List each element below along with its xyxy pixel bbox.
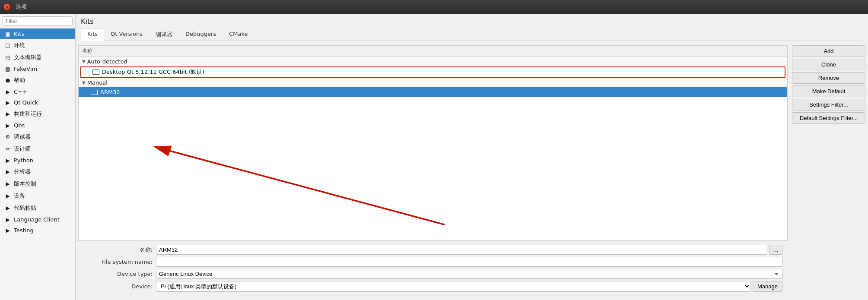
sidebar-item-kits[interactable]: ▣ Kits bbox=[0, 28, 75, 39]
filter-input[interactable] bbox=[3, 16, 73, 26]
form-row-device: Device: Pi (通用Linux 类型的默认设备) Manage bbox=[83, 281, 782, 292]
sidebar-item-testing-label: Testing bbox=[14, 227, 72, 234]
sidebar-item-designer-label: 设计师 bbox=[14, 145, 72, 153]
tree-item-arm32[interactable]: ARM32 bbox=[79, 87, 787, 97]
form-panel: 名称: … File system name: Device type: bbox=[78, 241, 788, 297]
kits-panel: 名称 ▼ Auto-detected Desktop Qt 5.12.11 GC… bbox=[76, 43, 790, 300]
sidebar-item-env[interactable]: □ 环境 bbox=[0, 39, 75, 51]
sidebar-item-codepaste[interactable]: ▶ 代码粘贴 bbox=[0, 202, 75, 214]
tab-compilers[interactable]: 编译器 bbox=[149, 28, 179, 41]
tab-debuggers[interactable]: Debuggers bbox=[179, 28, 223, 41]
designer-icon: ✏ bbox=[4, 146, 11, 152]
tab-cmake[interactable]: CMake bbox=[223, 28, 254, 41]
close-button[interactable]: × bbox=[3, 3, 10, 10]
add-button[interactable]: Add bbox=[792, 45, 865, 57]
sidebar-item-cpp[interactable]: ▶ C++ bbox=[0, 86, 75, 97]
sidebar-item-version-ctrl[interactable]: ▶ 版本控制 bbox=[0, 178, 75, 190]
sidebar-item-fakevim[interactable]: ▤ FakeVim bbox=[0, 63, 75, 74]
codepaste-icon: ▶ bbox=[4, 205, 11, 211]
remove-button[interactable]: Remove bbox=[792, 72, 865, 84]
sidebar: ▣ Kits □ 环境 ▤ 文本编辑器 ▤ FakeVim ● 帮助 ▶ C++… bbox=[0, 14, 76, 300]
buttons-panel: Add Clone Remove Make Default Settings F… bbox=[790, 43, 868, 300]
form-row-device-type: Device type: Generic Linux Device bbox=[83, 269, 782, 279]
kits-icon: ▣ bbox=[4, 31, 11, 37]
text-editor-icon: ▤ bbox=[4, 54, 11, 60]
sidebar-item-python-label: Python bbox=[14, 157, 72, 164]
label-device-type: Device type: bbox=[83, 271, 153, 277]
python-icon: ▶ bbox=[4, 158, 11, 164]
tab-kits[interactable]: Kits bbox=[81, 28, 104, 41]
form-row-filesystem: File system name: bbox=[83, 257, 782, 267]
qtquick-icon: ▶ bbox=[4, 100, 11, 106]
filesystem-input[interactable] bbox=[156, 257, 782, 267]
tab-qt-versions[interactable]: Qt Versions bbox=[104, 28, 149, 41]
debugger-icon: ⚙ bbox=[4, 134, 11, 140]
tree-header: 名称 bbox=[79, 46, 787, 57]
sidebar-item-debugger[interactable]: ⚙ 调试器 bbox=[0, 131, 75, 143]
svg-line-1 bbox=[170, 151, 445, 225]
sidebar-item-devices-label: 设备 bbox=[14, 192, 72, 200]
sidebar-item-fakevim-label: FakeVim bbox=[14, 66, 72, 72]
name-input[interactable] bbox=[156, 245, 767, 255]
content-body: 名称 ▼ Auto-detected Desktop Qt 5.12.11 GC… bbox=[76, 43, 868, 300]
sidebar-item-qtquick-label: Qt Quick bbox=[14, 99, 72, 106]
device-select[interactable]: Pi (通用Linux 类型的默认设备) bbox=[156, 281, 751, 292]
manage-button[interactable]: Manage bbox=[753, 281, 782, 292]
sidebar-item-help-label: 帮助 bbox=[14, 76, 72, 84]
tree-container: 名称 ▼ Auto-detected Desktop Qt 5.12.11 GC… bbox=[78, 45, 788, 241]
sidebar-item-build-run-label: 构建和运行 bbox=[14, 110, 72, 118]
sidebar-item-text-editor[interactable]: ▤ 文本编辑器 bbox=[0, 51, 75, 63]
monitor-icon-arm32 bbox=[91, 90, 98, 95]
sidebar-item-qbs-label: Qbs bbox=[14, 122, 72, 129]
sidebar-item-testing[interactable]: ▶ Testing bbox=[0, 225, 75, 236]
sidebar-item-language-client-label: Language Client bbox=[14, 216, 72, 223]
sidebar-item-devices[interactable]: ▶ 设备 bbox=[0, 190, 75, 202]
qbs-icon: ▶ bbox=[4, 123, 11, 129]
build-run-icon: ▶ bbox=[4, 111, 11, 117]
help-icon: ● bbox=[4, 77, 11, 83]
tree-group-auto-label: Auto-detected bbox=[87, 58, 127, 65]
sidebar-item-analyzer[interactable]: ▶ 分析器 bbox=[0, 166, 75, 178]
content-area: Kits Kits Qt Versions 编译器 Debuggers CMak… bbox=[76, 14, 868, 300]
fakevim-icon: ▤ bbox=[4, 66, 11, 72]
sidebar-item-build-run[interactable]: ▶ 构建和运行 bbox=[0, 108, 75, 120]
sidebar-item-help[interactable]: ● 帮助 bbox=[0, 74, 75, 86]
make-default-button[interactable]: Make Default bbox=[792, 85, 865, 97]
label-device: Device: bbox=[83, 283, 153, 290]
language-client-icon: ▶ bbox=[4, 217, 11, 223]
clone-button[interactable]: Clone bbox=[792, 59, 865, 70]
testing-icon: ▶ bbox=[4, 227, 11, 234]
version-ctrl-icon: ▶ bbox=[4, 181, 11, 187]
cpp-icon: ▶ bbox=[4, 89, 11, 95]
analyzer-icon: ▶ bbox=[4, 169, 11, 175]
sidebar-item-kits-label: Kits bbox=[14, 31, 72, 37]
tree-group-auto-detected[interactable]: ▼ Auto-detected bbox=[79, 57, 787, 66]
name-browse-button[interactable]: … bbox=[769, 245, 782, 255]
sidebar-item-qbs[interactable]: ▶ Qbs bbox=[0, 120, 75, 131]
tree-item-arm32-label: ARM32 bbox=[100, 89, 120, 95]
tree-group-manual[interactable]: ▼ Manual bbox=[79, 78, 787, 87]
settings-filter-button[interactable]: Settings Filter... bbox=[792, 99, 865, 111]
tree-group-manual-label: Manual bbox=[87, 79, 108, 86]
name-input-container: … bbox=[156, 245, 782, 255]
tree-item-desktop-qt-label: Desktop Qt 5.12.11 GCC 64bit (默认) bbox=[102, 68, 204, 76]
close-icon: × bbox=[5, 5, 9, 9]
expand-arrow-manual: ▼ bbox=[82, 80, 86, 85]
device-select-container: Pi (通用Linux 类型的默认设备) Manage bbox=[156, 281, 782, 292]
monitor-icon-desktop bbox=[92, 69, 99, 75]
devices-icon: ▶ bbox=[4, 193, 11, 199]
sidebar-item-analyzer-label: 分析器 bbox=[14, 168, 72, 176]
sidebar-item-codepaste-label: 代码粘贴 bbox=[14, 204, 72, 212]
label-filesystem: File system name: bbox=[83, 259, 153, 265]
sidebar-item-designer[interactable]: ✏ 设计师 bbox=[0, 143, 75, 155]
sidebar-item-qtquick[interactable]: ▶ Qt Quick bbox=[0, 97, 75, 108]
tree-item-desktop-qt[interactable]: Desktop Qt 5.12.11 GCC 64bit (默认) bbox=[80, 66, 785, 78]
env-icon: □ bbox=[4, 42, 11, 48]
default-settings-filter-button[interactable]: Default Settings Filter... bbox=[792, 112, 865, 124]
titlebar: × 选项 bbox=[0, 0, 868, 14]
sidebar-item-cpp-label: C++ bbox=[14, 88, 72, 95]
device-type-select[interactable]: Generic Linux Device bbox=[156, 269, 782, 279]
sidebar-item-python[interactable]: ▶ Python bbox=[0, 155, 75, 166]
titlebar-title: 选项 bbox=[16, 3, 27, 11]
sidebar-item-language-client[interactable]: ▶ Language Client bbox=[0, 214, 75, 225]
